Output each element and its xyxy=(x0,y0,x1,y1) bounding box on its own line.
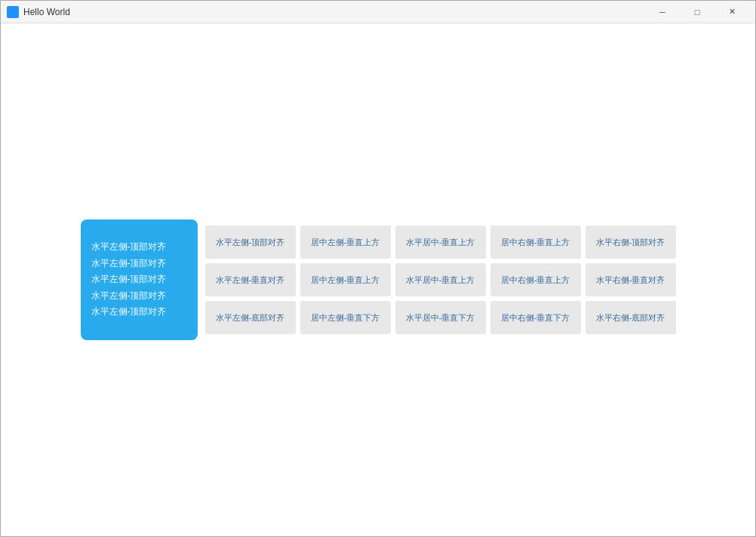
grid-cell-1-3[interactable]: 居中右侧-垂直上方 xyxy=(490,263,581,296)
grid-cell-0-1[interactable]: 居中左侧-垂直上方 xyxy=(300,226,391,259)
grid-cell-0-2[interactable]: 水平居中-垂直上方 xyxy=(395,226,486,259)
content-area: 水平左侧-顶部对齐水平左侧-顶部对齐水平左侧-顶部对齐水平左侧-顶部对齐水平左侧… xyxy=(1,23,755,536)
grid-cell-1-1[interactable]: 居中左侧-垂直上方 xyxy=(300,263,391,296)
grid-cell-2-0[interactable]: 水平左侧-底部对齐 xyxy=(205,301,296,334)
grid-cell-2-1[interactable]: 居中左侧-垂直下方 xyxy=(300,301,391,334)
blue-panel-item-4: 水平左侧-顶部对齐 xyxy=(91,304,187,321)
grid-cell-2-2[interactable]: 水平居中-垂直下方 xyxy=(395,301,486,334)
grid-cell-0-4[interactable]: 水平右侧-顶部对齐 xyxy=(585,226,676,259)
grid-area: 水平左侧-顶部对齐居中左侧-垂直上方水平居中-垂直上方居中右侧-垂直上方水平右侧… xyxy=(205,226,676,334)
grid-cell-0-0[interactable]: 水平左侧-顶部对齐 xyxy=(205,226,296,259)
blue-panel: 水平左侧-顶部对齐水平左侧-顶部对齐水平左侧-顶部对齐水平左侧-顶部对齐水平左侧… xyxy=(81,219,198,340)
maximize-button[interactable]: □ xyxy=(680,1,715,23)
window-controls: ─ □ ✕ xyxy=(645,1,749,23)
main-window: Hello World ─ □ ✕ 水平左侧-顶部对齐水平左侧-顶部对齐水平左侧… xyxy=(0,0,756,537)
grid-cell-1-4[interactable]: 水平右侧-垂直对齐 xyxy=(585,263,676,296)
grid-cell-1-2[interactable]: 水平居中-垂直上方 xyxy=(395,263,486,296)
grid-cell-2-3[interactable]: 居中右侧-垂直下方 xyxy=(490,301,581,334)
layout-area: 水平左侧-顶部对齐水平左侧-顶部对齐水平左侧-顶部对齐水平左侧-顶部对齐水平左侧… xyxy=(81,219,676,340)
blue-panel-item-0: 水平左侧-顶部对齐 xyxy=(91,239,187,256)
minimize-button[interactable]: ─ xyxy=(645,1,680,23)
titlebar: Hello World ─ □ ✕ xyxy=(1,1,755,23)
blue-panel-item-1: 水平左侧-顶部对齐 xyxy=(91,256,187,272)
grid-cell-2-4[interactable]: 水平右侧-底部对齐 xyxy=(585,301,676,334)
close-button[interactable]: ✕ xyxy=(715,1,749,23)
grid-cell-0-3[interactable]: 居中右侧-垂直上方 xyxy=(490,226,581,259)
blue-panel-item-3: 水平左侧-顶部对齐 xyxy=(91,288,187,305)
window-title: Hello World xyxy=(23,7,645,17)
app-icon xyxy=(7,6,19,18)
grid-cell-1-0[interactable]: 水平左侧-垂直对齐 xyxy=(205,263,296,296)
blue-panel-item-2: 水平左侧-顶部对齐 xyxy=(91,272,187,288)
